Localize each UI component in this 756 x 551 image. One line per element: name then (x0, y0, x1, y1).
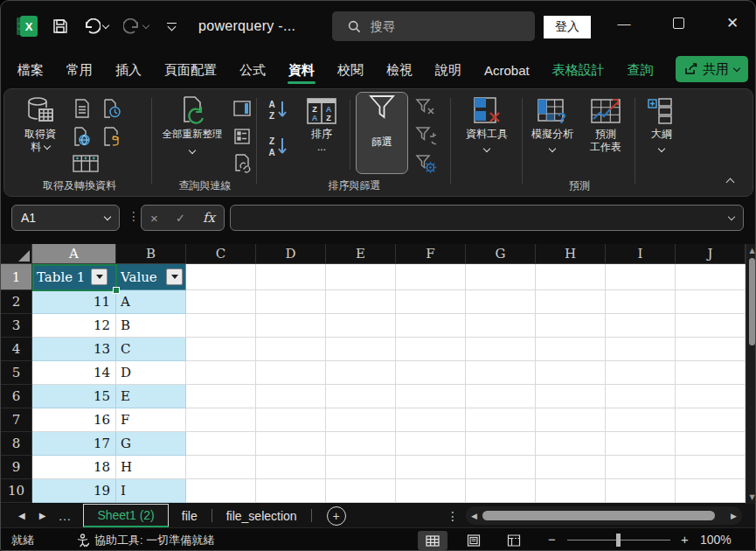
scroll-down-icon[interactable]: ▼ (746, 493, 756, 501)
cell-B10[interactable]: I (116, 479, 186, 503)
from-picture-icon[interactable] (71, 152, 101, 175)
cell-B6[interactable]: E (116, 385, 186, 408)
edit-links-icon[interactable] (231, 152, 253, 175)
queries-connections-pane-icon[interactable] (231, 97, 253, 120)
undo-button[interactable] (83, 1, 108, 52)
normal-view-button[interactable] (418, 531, 447, 550)
clear-filter-icon[interactable] (414, 96, 437, 119)
column-header-G[interactable]: G (466, 244, 536, 264)
row-header-6[interactable]: 6 (1, 385, 32, 408)
from-table-range-icon[interactable] (101, 125, 123, 148)
maximize-button[interactable] (658, 1, 698, 45)
search-box[interactable] (332, 11, 535, 41)
cell-B9[interactable]: H (116, 456, 186, 479)
advanced-filter-icon[interactable] (414, 152, 437, 175)
share-button[interactable]: 共用 (676, 56, 748, 82)
filter-dropdown-A[interactable] (91, 269, 108, 285)
cancel-entry-icon[interactable]: × (150, 211, 158, 226)
sheet-tab-file-selection[interactable]: file_selection (213, 504, 310, 527)
cell-A5[interactable]: 14 (32, 361, 116, 385)
cell-A2[interactable]: 11 (32, 290, 116, 314)
zoom-out-button[interactable]: − (548, 532, 556, 547)
tab-home[interactable]: 常用 (55, 52, 104, 87)
cell-A4[interactable]: 13 (32, 338, 116, 361)
get-data-button[interactable]: 取得資 料 (15, 94, 66, 154)
cell-A6[interactable]: 15 (32, 385, 116, 408)
cells-empty-row10[interactable] (186, 479, 746, 503)
formula-input[interactable] (231, 211, 729, 226)
column-header-A[interactable]: A (32, 244, 116, 264)
sort-descending-icon[interactable]: Z A (266, 135, 292, 157)
column-header-H[interactable]: H (536, 244, 606, 264)
sheet-tab-file[interactable]: file (169, 504, 211, 527)
column-header-D[interactable]: D (256, 244, 326, 264)
undo-dropdown-icon[interactable] (102, 21, 109, 28)
cells-empty-row1[interactable] (186, 264, 746, 290)
refresh-all-button[interactable]: 全部重新整理 (157, 94, 227, 153)
page-layout-view-button[interactable] (459, 531, 489, 550)
row-header-9[interactable]: 9 (1, 456, 32, 479)
cell-A8[interactable]: 17 (32, 432, 116, 456)
cell-B8[interactable]: G (116, 432, 186, 456)
horizontal-scroll-thumb[interactable] (482, 511, 715, 520)
row-header-7[interactable]: 7 (1, 408, 32, 432)
cell-A1-table-header[interactable]: Table 1 (32, 264, 116, 290)
column-header-C[interactable]: C (186, 244, 256, 264)
sheetbar-more-grip[interactable]: ⋮ (447, 504, 459, 527)
cells-empty-row9[interactable] (186, 456, 746, 479)
confirm-entry-icon[interactable]: ✓ (176, 212, 185, 225)
cell-B7[interactable]: F (116, 408, 186, 432)
sheet-list-ellipsis[interactable]: … (58, 504, 83, 527)
column-header-E[interactable]: E (326, 244, 396, 264)
sort-button[interactable]: Z A A Z 排序 ... (297, 94, 346, 154)
recent-sources-icon[interactable] (101, 97, 123, 120)
excel-app-icon[interactable]: X (17, 1, 38, 52)
redo-button-disabled[interactable] (123, 1, 149, 52)
column-header-I[interactable]: I (606, 244, 676, 264)
data-tools-button[interactable]: 資料工具 (458, 94, 516, 151)
cells-empty-row4[interactable] (186, 338, 746, 361)
collapse-ribbon-button[interactable] (727, 173, 733, 189)
scroll-left-icon[interactable]: ◀ (471, 512, 477, 520)
scroll-up-icon[interactable]: ▲ (746, 247, 756, 255)
minimize-button[interactable]: — (604, 1, 644, 45)
cell-A9[interactable]: 18 (32, 456, 116, 479)
tab-review[interactable]: 校閱 (326, 52, 375, 87)
row-header-5[interactable]: 5 (1, 361, 32, 385)
tab-acrobat[interactable]: Acrobat (473, 52, 541, 87)
cells-empty-row7[interactable] (186, 408, 746, 432)
properties-icon[interactable] (231, 125, 253, 148)
outline-button[interactable]: 大綱 (637, 94, 686, 151)
forecast-sheet-button[interactable]: 預測 工作表 (580, 94, 631, 154)
tab-help[interactable]: 說明 (424, 52, 473, 87)
cell-B2[interactable]: A (116, 290, 186, 314)
vertical-scroll-thumb[interactable] (749, 258, 755, 345)
search-input[interactable] (369, 18, 512, 34)
page-break-preview-button[interactable] (499, 531, 529, 550)
what-if-analysis-button[interactable]: ? 模擬分析 (526, 94, 579, 151)
row-header-10[interactable]: 10 (1, 479, 32, 503)
horizontal-scrollbar[interactable]: ◀ ▶ (466, 506, 742, 525)
sheet-prev-icon[interactable]: ◀ (18, 511, 25, 520)
row-header-2[interactable]: 2 (1, 290, 32, 314)
cells-empty-row8[interactable] (186, 432, 746, 456)
new-sheet-button[interactable]: + (327, 504, 346, 527)
tab-view[interactable]: 檢視 (375, 52, 424, 87)
from-text-csv-icon[interactable] (71, 97, 94, 120)
quick-access-toolbar-menu-icon[interactable] (167, 1, 177, 52)
cell-A3[interactable]: 12 (32, 314, 116, 338)
vertical-scrollbar[interactable]: ▲ ▼ (746, 244, 756, 504)
column-header-J[interactable]: J (676, 244, 746, 264)
cells-empty-row5[interactable] (186, 361, 746, 385)
tab-insert[interactable]: 插入 (104, 52, 153, 87)
accessibility-status[interactable]: 協助工具: 一切準備就緒 (76, 533, 214, 548)
name-box[interactable]: A1 (11, 205, 120, 231)
filter-button-active[interactable]: 篩選 (356, 92, 408, 174)
cell-A10[interactable]: 19 (32, 479, 116, 503)
formula-bar-grip[interactable]: ⋮ (128, 209, 140, 223)
redo-dropdown-icon[interactable] (142, 21, 149, 28)
tab-formulas[interactable]: 公式 (228, 52, 277, 87)
reapply-filter-icon[interactable] (414, 124, 437, 147)
tab-data[interactable]: 資料 (277, 52, 326, 87)
row-header-8[interactable]: 8 (1, 432, 32, 456)
